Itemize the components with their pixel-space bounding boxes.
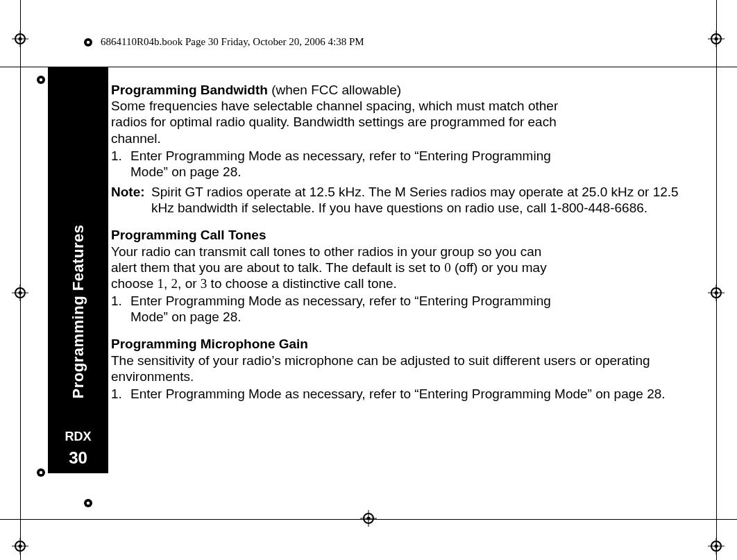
text-fragment: , or: [178, 276, 201, 291]
steps-bandwidth: 1. Enter Programming Mode as necessary, …: [111, 148, 694, 180]
step-number: 1.: [111, 148, 122, 164]
note-label: Note:: [111, 184, 151, 216]
digit: 3: [201, 276, 207, 291]
registration-mark-icon: [12, 285, 28, 301]
para-bandwidth: Some frequencies have selectable channel…: [111, 98, 569, 146]
registration-mark-icon: [708, 538, 725, 554]
note-text: Spirit GT radios operate at 12.5 kHz. Th…: [151, 184, 680, 216]
steps-micgain: 1. Enter Programming Mode as necessary, …: [111, 386, 694, 402]
digit: 1: [158, 276, 164, 291]
section-title: Programming Features: [69, 225, 87, 399]
registration-mark-icon: [708, 285, 725, 301]
crop-line-top: [0, 67, 737, 67]
step-text: Enter Programming Mode as necessary, ref…: [130, 387, 666, 401]
svg-point-33: [87, 502, 90, 505]
crop-dot-icon: [82, 36, 94, 49]
crop-line-right: [716, 0, 717, 560]
digit: 0: [444, 260, 451, 275]
text-fragment: ,: [164, 276, 171, 291]
step-text: Enter Programming Mode as necessary, ref…: [130, 149, 551, 179]
registration-mark-icon: [360, 510, 377, 527]
step-number: 1.: [111, 386, 122, 402]
digit: 2: [171, 276, 178, 291]
para-calltones: Your radio can transmit call tones to ot…: [111, 244, 569, 292]
step-item: 1. Enter Programming Mode as necessary, …: [111, 293, 561, 325]
heading-calltones: Programming Call Tones: [111, 227, 694, 243]
para-micgain: The sensitivity of your radio’s micropho…: [111, 353, 694, 384]
text-fragment: to choose a distinctive call tone.: [207, 276, 397, 291]
crop-dot-icon: [35, 466, 47, 479]
svg-point-29: [40, 78, 43, 82]
registration-mark-icon: [12, 31, 28, 47]
note-bandwidth: Note: Spirit GT radios operate at 12.5 k…: [111, 184, 680, 216]
svg-point-35: [40, 471, 43, 475]
section-tab: Programming Features RDX 30: [48, 67, 108, 473]
crop-dot-icon: [35, 74, 47, 86]
crop-line-left: [20, 0, 21, 560]
heading-micgain: Programming Microphone Gain: [111, 336, 694, 352]
running-header: 6864110R04b.book Page 30 Friday, October…: [101, 36, 364, 48]
page-content: Programming Bandwidth (when FCC allowabl…: [111, 82, 694, 402]
step-number: 1.: [111, 293, 122, 309]
heading-bandwidth: Programming Bandwidth (when FCC allowabl…: [111, 82, 694, 98]
step-text: Enter Programming Mode as necessary, ref…: [130, 294, 551, 324]
heading-text: Programming Bandwidth: [111, 83, 268, 97]
svg-point-31: [87, 41, 90, 44]
step-item: 1. Enter Programming Mode as necessary, …: [111, 386, 694, 402]
step-item: 1. Enter Programming Mode as necessary, …: [111, 148, 561, 180]
model-label: RDX: [65, 430, 91, 444]
registration-mark-icon: [708, 31, 725, 47]
heading-suffix: (when FCC allowable): [268, 83, 401, 97]
registration-mark-icon: [12, 538, 28, 554]
page-number: 30: [69, 448, 87, 468]
crop-dot-icon: [82, 497, 94, 509]
steps-calltones: 1. Enter Programming Mode as necessary, …: [111, 293, 694, 325]
